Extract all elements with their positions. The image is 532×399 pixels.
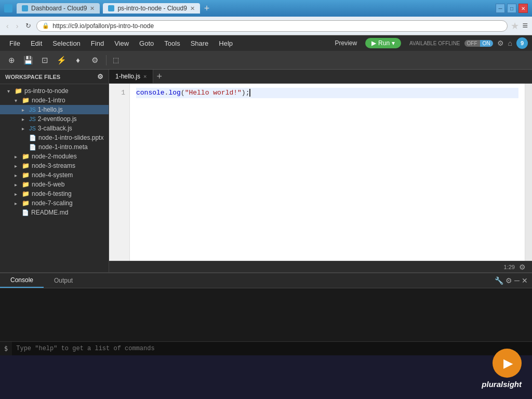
expand-icon-node3: ▸ — [15, 163, 22, 169]
toolbar-new-file[interactable]: ⊕ — [4, 53, 19, 68]
node1-label: node-1-intro — [32, 97, 65, 104]
menu-file[interactable]: File — [4, 37, 25, 49]
refresh-button[interactable]: ↻ — [23, 21, 33, 31]
js-file-icon-hello: JS — [29, 107, 36, 113]
tree-item-node3[interactable]: ▸ 📁 node-3-streams — [0, 161, 109, 170]
browser-menu-button[interactable]: ≡ — [522, 20, 528, 31]
toolbar-expand[interactable]: ⬚ — [109, 53, 123, 68]
editor-gear-icon[interactable]: ⚙ — [519, 263, 526, 271]
expand-icon-eventloop: ▸ — [22, 116, 29, 122]
tree-item-node4[interactable]: ▸ 📁 node-4-system — [0, 170, 109, 180]
folder-icon-node2: 📁 — [22, 153, 30, 160]
preview-button[interactable]: Preview — [330, 37, 361, 49]
run-button[interactable]: ▶ Run ▾ — [365, 38, 401, 48]
maximize-button[interactable]: □ — [507, 4, 516, 13]
panel-minimize-button[interactable]: ─ — [514, 276, 520, 285]
new-tab-button[interactable]: + — [204, 3, 210, 14]
node4-label: node-4-system — [32, 171, 73, 179]
tree-item-readme[interactable]: 📄 README.md — [0, 208, 109, 217]
toggle-on: ON — [480, 40, 493, 47]
console-input[interactable] — [12, 342, 532, 355]
menu-view[interactable]: View — [109, 37, 134, 49]
window-tab-editor[interactable]: ps-intro-to-node - Cloud9 ✕ — [103, 3, 200, 14]
node2-label: node-2-modules — [32, 153, 77, 160]
window-tab-dashboard[interactable]: Dashboard - Cloud9 ✕ — [17, 3, 100, 14]
sidebar-settings-icon[interactable]: ⚙ — [97, 73, 103, 81]
panel-tab-output[interactable]: Output — [44, 274, 83, 287]
panel-tab-console[interactable]: Console — [0, 273, 44, 288]
menu-tools[interactable]: Tools — [159, 37, 185, 49]
window-controls: ─ □ ✕ — [496, 4, 528, 13]
meta-label: node-1-intro.meta — [38, 143, 88, 151]
cursor-position: 1:29 — [504, 264, 515, 270]
line-numbers: 1 — [109, 84, 130, 261]
cloud9-badge: 9 — [516, 37, 528, 49]
pluralsight-logo: pluralsight — [482, 380, 522, 389]
line-number-1: 1 — [115, 88, 125, 98]
vertical-scrollbar[interactable] — [525, 84, 532, 261]
toolbar-run[interactable]: ⚡ — [54, 53, 69, 68]
tab-close-1[interactable]: ✕ — [90, 5, 95, 12]
panel-tabs: Console Output 🔧 ⚙ ─ ✕ — [0, 273, 532, 288]
bookmark-button[interactable]: ★ — [511, 20, 519, 32]
folder-icon-node4: 📁 — [22, 171, 30, 179]
settings-icon[interactable]: ⚙ — [497, 39, 504, 47]
toolbar-save[interactable]: 💾 — [21, 53, 35, 68]
tree-item-node7[interactable]: ▸ 📁 node-7-scaling — [0, 198, 109, 208]
tree-item-node1[interactable]: ▾ 📁 node-1-intro — [0, 96, 109, 105]
pluralsight-play-button[interactable]: ▶ — [493, 349, 522, 378]
panel-close-button[interactable]: ✕ — [522, 276, 528, 285]
tree-item-1-hello-js[interactable]: ▸ JS 1-hello.js — [0, 105, 109, 114]
menu-edit[interactable]: Edit — [25, 37, 47, 49]
main-layout: WORKSPACE FILES ⚙ ▾ 📁 ps-intro-to-node ▾… — [0, 70, 532, 272]
eventloop-js-label: 2-eventloop.js — [38, 115, 77, 123]
panel-wrench-button[interactable]: 🔧 — [495, 276, 503, 285]
folder-icon-node6: 📁 — [22, 190, 30, 197]
node7-label: node-7-scaling — [32, 200, 73, 207]
editor-tabs: 1-hello.js × + — [109, 70, 532, 84]
lock-icon: 🔒 — [42, 22, 49, 29]
home-icon[interactable]: ⌂ — [508, 39, 512, 47]
address-bar: ‹ › ↻ 🔒 https://c9.io/pofallon/ps-intro-… — [0, 17, 532, 35]
url-box[interactable]: 🔒 https://c9.io/pofallon/ps-intro-to-nod… — [36, 20, 508, 32]
tree-item-slides[interactable]: 📄 node-1-intro-slides.pptx — [0, 133, 109, 142]
toolbar-settings[interactable]: ⚙ — [87, 53, 102, 68]
tree-item-root-project[interactable]: ▾ 📁 ps-intro-to-node — [0, 86, 109, 96]
forward-button[interactable]: › — [14, 21, 21, 31]
tree-item-node5[interactable]: ▸ 📁 node-5-web — [0, 180, 109, 189]
tree-item-2-eventloop-js[interactable]: ▸ JS 2-eventloop.js — [0, 114, 109, 124]
tree-item-node2[interactable]: ▸ 📁 node-2-modules — [0, 152, 109, 161]
folder-icon-node5: 📁 — [22, 181, 30, 188]
tab-favicon — [22, 5, 28, 11]
toolbar-layout[interactable]: ⊡ — [37, 53, 52, 68]
folder-icon-node7: 📁 — [22, 200, 30, 207]
close-button[interactable]: ✕ — [518, 4, 528, 13]
editor-area: 1-hello.js × + 1 console.log("Hello worl… — [109, 70, 532, 272]
editor-tab-hello-js[interactable]: 1-hello.js × — [109, 70, 153, 83]
node6-label: node-6-testing — [32, 190, 72, 197]
workspace-files-label: WORKSPACE FILES — [5, 74, 60, 80]
tree-item-node6[interactable]: ▸ 📁 node-6-testing — [0, 189, 109, 198]
expand-icon-node2: ▸ — [15, 154, 22, 159]
toolbar-debug[interactable]: ♦ — [71, 53, 85, 68]
offline-toggle[interactable]: OFF ON — [464, 40, 493, 47]
expand-icon-node4: ▸ — [15, 172, 22, 178]
menu-help[interactable]: Help — [214, 37, 238, 49]
menu-find[interactable]: Find — [86, 37, 109, 49]
panel-settings-button[interactable]: ⚙ — [506, 276, 512, 285]
tree-item-3-callback-js[interactable]: ▸ JS 3-callback.js — [0, 124, 109, 133]
toolbar: ⊕ 💾 ⊡ ⚡ ♦ ⚙ ⬚ — [0, 51, 532, 70]
file-icon-readme: 📄 — [22, 209, 29, 216]
menu-share[interactable]: Share — [185, 37, 214, 49]
js-file-icon-callback: JS — [29, 125, 36, 131]
tab-close-2[interactable]: ✕ — [190, 5, 195, 12]
minimize-button[interactable]: ─ — [496, 4, 505, 13]
back-button[interactable]: ‹ — [4, 21, 11, 31]
menu-selection[interactable]: Selection — [47, 37, 85, 49]
code-area[interactable]: console.log("Hello world!");​ — [130, 84, 525, 261]
editor-tab-close[interactable]: × — [143, 73, 147, 79]
tree-item-meta[interactable]: 📄 node-1-intro.meta — [0, 142, 109, 152]
expand-icon-node7: ▸ — [15, 201, 22, 206]
menu-goto[interactable]: Goto — [134, 37, 159, 49]
editor-new-tab-button[interactable]: + — [153, 71, 165, 82]
